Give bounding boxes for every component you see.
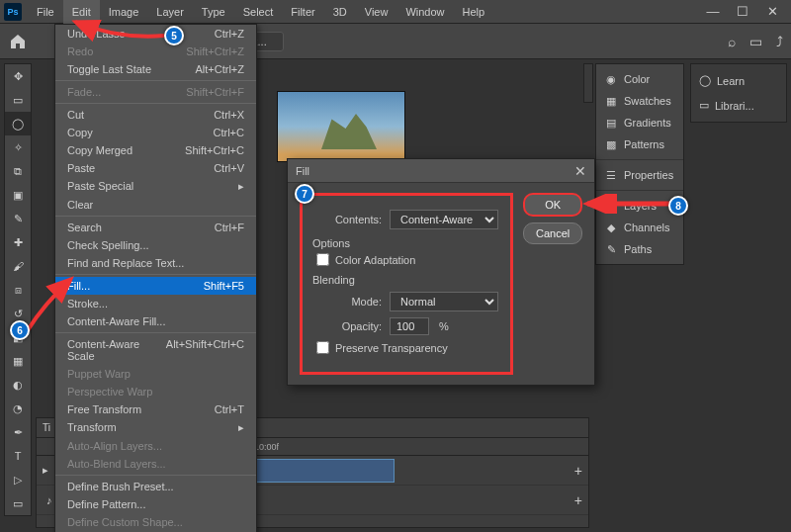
opacity-label: Opacity: (312, 320, 382, 332)
menu-separator (55, 332, 256, 333)
minimize-button[interactable]: — (698, 0, 728, 24)
mode-select[interactable]: Normal (390, 292, 498, 311)
menuitem-label: Auto-Align Layers... (67, 440, 162, 452)
panel-label: Properties (624, 169, 673, 181)
crop-tool-icon[interactable]: ⧉ (5, 159, 31, 183)
pen-tool-icon[interactable]: ✒ (5, 420, 31, 444)
blur-tool-icon[interactable]: ◐ (5, 373, 31, 397)
menuitem-copy[interactable]: CopyCtrl+C (55, 124, 256, 141)
callout-6: 6 (10, 320, 30, 340)
type-tool-icon[interactable]: T (5, 444, 31, 468)
menu-file[interactable]: File (28, 0, 63, 24)
menuitem-shortcut: Ctrl+Z (215, 28, 244, 40)
menuitem-free-transform[interactable]: Free TransformCtrl+T (55, 400, 256, 418)
menuitem-shortcut: Ctrl+C (214, 127, 244, 138)
workspace-icon[interactable]: ▭ (749, 34, 762, 49)
menu-help[interactable]: Help (454, 0, 494, 24)
marquee-tool-icon[interactable]: ▭ (5, 88, 31, 112)
channels-icon: ◆ (604, 221, 618, 234)
menuitem-copy-merged[interactable]: Copy MergedShift+Ctrl+C (55, 141, 256, 159)
menuitem-shortcut: Ctrl+V (214, 162, 244, 174)
menuitem-label: Fade... (67, 86, 101, 98)
panel-label: Swatches (624, 95, 671, 107)
menu-type[interactable]: Type (193, 0, 234, 24)
menuitem-perspective-warp: Perspective Warp (55, 383, 256, 400)
menuitem-define-pattern[interactable]: Define Pattern... (55, 495, 256, 513)
menuitem-puppet-warp: Puppet Warp (55, 365, 256, 383)
menuitem-content-aware-fill[interactable]: Content-Aware Fill... (55, 312, 256, 330)
panel-learn[interactable]: ◯Learn (691, 68, 786, 93)
callout-5: 5 (164, 26, 184, 45)
menuitem-label: Define Pattern... (67, 498, 146, 510)
contents-select[interactable]: Content-Aware (390, 210, 498, 229)
menuitem-label: Find and Replace Text... (67, 257, 184, 269)
path-select-tool-icon[interactable]: ▷ (5, 468, 31, 491)
fill-dialog-titlebar[interactable]: Fill ✕ (288, 159, 594, 183)
menuitem-fill[interactable]: Fill...Shift+F5 (55, 277, 256, 295)
menuitem-clear[interactable]: Clear (55, 196, 256, 214)
panels-group-main: ◉Color▦Swatches▤Gradients▩Patterns☰Prope… (595, 63, 684, 265)
menuitem-paste[interactable]: PasteCtrl+V (55, 159, 256, 177)
menuitem-paste-special[interactable]: Paste Special▸ (55, 177, 256, 196)
collapsed-panel-handle[interactable] (583, 63, 593, 103)
preserve-transparency-checkbox[interactable] (316, 341, 329, 354)
cancel-button[interactable]: Cancel (523, 222, 582, 244)
menu-3d[interactable]: 3D (324, 0, 356, 24)
panel-librari[interactable]: ▭Librari... (691, 93, 786, 118)
menuitem-label: Check Spelling... (67, 239, 149, 251)
close-button[interactable]: ✕ (757, 0, 787, 24)
dodge-tool-icon[interactable]: ◔ (5, 397, 31, 420)
panel-label: Gradients (624, 117, 671, 129)
maximize-button[interactable]: ☐ (728, 0, 757, 24)
add-button[interactable]: + (574, 463, 582, 479)
frame-tool-icon[interactable]: ▣ (5, 183, 31, 207)
panel-patterns[interactable]: ▩Patterns (596, 133, 683, 155)
menuitem-content-aware-scale[interactable]: Content-Aware ScaleAlt+Shift+Ctrl+C (55, 335, 256, 365)
panel-properties[interactable]: ☰Properties (596, 164, 683, 186)
menuitem-check-spelling[interactable]: Check Spelling... (55, 236, 256, 254)
move-tool-icon[interactable]: ✥ (5, 64, 31, 88)
opacity-input[interactable] (390, 317, 429, 335)
color-adaptation-checkbox[interactable] (316, 253, 329, 266)
menuitem-find-and-replace-text[interactable]: Find and Replace Text... (55, 254, 256, 272)
panel-channels[interactable]: ◆Channels (596, 217, 683, 238)
search-icon[interactable]: ⌕ (728, 34, 736, 49)
ok-button[interactable]: OK (523, 193, 582, 217)
menu-select[interactable]: Select (234, 0, 283, 24)
heal-tool-icon[interactable]: ✚ (5, 230, 31, 254)
panel-separator (596, 159, 683, 160)
gradient-tool-icon[interactable]: ▦ (5, 349, 31, 373)
menu-window[interactable]: Window (396, 0, 453, 24)
add-button[interactable]: + (574, 492, 582, 508)
home-icon[interactable] (8, 32, 28, 51)
shape-tool-icon[interactable]: ▭ (5, 491, 31, 515)
menuitem-shortcut: Ctrl+F (215, 222, 244, 233)
properties-icon: ☰ (604, 168, 618, 182)
lasso-tool-icon[interactable]: ◯ (5, 112, 31, 135)
document-canvas[interactable] (277, 91, 405, 162)
menuitem-transform[interactable]: Transform▸ (55, 418, 256, 437)
close-icon[interactable]: ✕ (574, 163, 586, 179)
panel-swatches[interactable]: ▦Swatches (596, 90, 683, 112)
panel-separator (596, 190, 683, 191)
menu-view[interactable]: View (356, 0, 397, 24)
menuitem-cut[interactable]: CutCtrl+X (55, 106, 256, 124)
audio-icon: ♪ (46, 494, 52, 506)
wand-tool-icon[interactable]: ✧ (5, 135, 31, 159)
panel-gradients[interactable]: ▤Gradients (596, 112, 683, 133)
panel-color[interactable]: ◉Color (596, 68, 683, 90)
arrow-to-ok (581, 194, 672, 214)
arrow-to-fill (24, 275, 83, 334)
menuitem-label: Auto-Blend Layers... (67, 458, 166, 470)
menuitem-toggle-last-state[interactable]: Toggle Last StateAlt+Ctrl+Z (55, 60, 256, 78)
menuitem-search[interactable]: SearchCtrl+F (55, 219, 256, 236)
eyedropper-tool-icon[interactable]: ✎ (5, 207, 31, 230)
menuitem-define-brush-preset[interactable]: Define Brush Preset... (55, 478, 256, 495)
menu-separator (55, 216, 256, 217)
share-icon[interactable]: ⤴ (776, 34, 783, 49)
chevron-right-icon[interactable]: ▸ (43, 464, 48, 477)
panel-paths[interactable]: ✎Paths (596, 238, 683, 260)
menu-filter[interactable]: Filter (282, 0, 323, 24)
opacity-unit: % (439, 320, 449, 332)
menuitem-stroke[interactable]: Stroke... (55, 295, 256, 312)
